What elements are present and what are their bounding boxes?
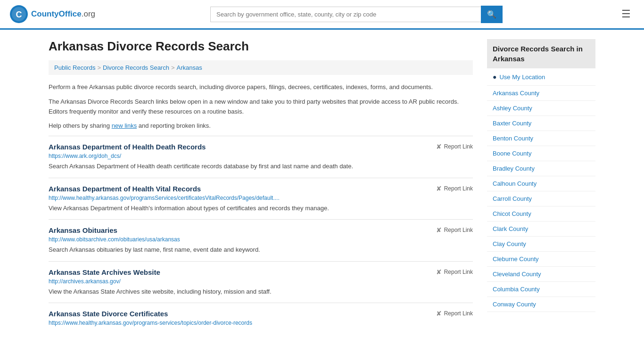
logo[interactable]: C CountyOffice.org [9,5,95,24]
report-icon: ✘ [436,226,442,234]
sidebar-item-conway-county[interactable]: Conway County [487,297,595,312]
results-list: Arkansas Department of Health Death Reco… [49,136,473,335]
sidebar-item-boone-county[interactable]: Boone County [487,146,595,161]
result-header: Arkansas State Archives Website ✘ Report… [49,268,473,276]
list-item: Arkansas County [487,86,595,101]
report-link-button[interactable]: ✘ Report Link [436,185,473,192]
result-item: Arkansas Department of Health Death Reco… [49,136,473,178]
sidebar-item-chicot-county[interactable]: Chicot County [487,206,595,221]
sidebar-item-calhoun-county[interactable]: Calhoun County [487,176,595,191]
list-item: Chicot County [487,206,595,222]
intro-paragraph-1: Perform a free Arkansas public divorce r… [49,82,473,92]
result-desc: Search Arkansas obituaries by last name,… [49,245,473,255]
list-item: Baxter County [487,116,595,131]
sidebar-item-columbia-county[interactable]: Columbia County [487,282,595,296]
result-header: Arkansas State Divorce Certificates ✘ Re… [49,310,473,318]
result-url: https://www.healthy.arkansas.gov/program… [49,320,473,326]
result-title[interactable]: Arkansas Department of Health Vital Reco… [49,185,201,193]
use-location-label: Use My Location [499,74,545,81]
list-item: Benton County [487,131,595,146]
use-location-button[interactable]: ● Use My Location [487,68,595,86]
page-header: C CountyOffice.org 🔍 ☰ [0,0,644,30]
menu-icon[interactable]: ☰ [618,6,635,22]
result-title[interactable]: Arkansas State Divorce Certificates [49,310,168,318]
list-item: Calhoun County [487,176,595,191]
report-icon: ✘ [436,310,442,317]
result-item: Arkansas State Divorce Certificates ✘ Re… [49,303,473,335]
sidebar-item-cleveland-county[interactable]: Cleveland County [487,267,595,281]
search-icon: 🔍 [487,10,496,18]
list-item: Boone County [487,146,595,161]
sidebar-title: Divorce Records Search in Arkansas [487,39,595,68]
search-input[interactable] [210,7,481,22]
sidebar-item-clark-county[interactable]: Clark County [487,222,595,236]
list-item: Clark County [487,222,595,237]
page-title: Arkansas Divorce Records Search [49,39,473,54]
sidebar-item-arkansas-county[interactable]: Arkansas County [487,86,595,100]
report-link-button[interactable]: ✘ Report Link [436,226,473,234]
result-item: Arkansas Obituaries ✘ Report Link http:/… [49,219,473,261]
sidebar: Divorce Records Search in Arkansas ● Use… [487,39,595,335]
result-desc: View the Arkansas State Archives site we… [49,287,473,296]
list-item: Conway County [487,297,595,312]
result-header: Arkansas Department of Health Death Reco… [49,143,473,151]
report-link-label: Report Link [444,185,473,192]
search-button[interactable]: 🔍 [481,6,503,23]
county-list: Arkansas County Ashley County Baxter Cou… [487,86,595,312]
sidebar-item-baxter-county[interactable]: Baxter County [487,116,595,131]
list-item: Columbia County [487,282,595,297]
sidebar-item-clay-county[interactable]: Clay County [487,237,595,251]
main-container: Arkansas Divorce Records Search Public R… [39,30,605,345]
list-item: Bradley County [487,161,595,176]
breadcrumb-divorce-records-search[interactable]: Divorce Records Search [103,64,169,71]
result-item: Arkansas State Archives Website ✘ Report… [49,261,473,303]
intro-paragraph-2: The Arkansas Divorce Records Search link… [49,97,473,117]
result-title[interactable]: Arkansas Department of Health Death Reco… [49,143,206,151]
content-area: Arkansas Divorce Records Search Public R… [49,39,473,335]
list-item: Cleburne County [487,252,595,267]
sidebar-item-cleburne-county[interactable]: Cleburne County [487,252,595,266]
result-desc: View Arkansas Department of Health's inf… [49,204,473,213]
list-item: Carroll County [487,191,595,206]
result-desc: Search Arkansas Department of Health dea… [49,162,473,171]
breadcrumb-arkansas[interactable]: Arkansas [177,64,202,71]
sidebar-item-bradley-county[interactable]: Bradley County [487,161,595,176]
breadcrumb-public-records[interactable]: Public Records [54,64,95,71]
result-item: Arkansas Department of Health Vital Reco… [49,178,473,220]
sidebar-item-benton-county[interactable]: Benton County [487,131,595,146]
report-icon: ✘ [436,143,442,150]
report-link-label: Report Link [444,269,473,275]
report-link-label: Report Link [444,227,473,233]
report-link-label: Report Link [444,310,473,317]
report-link-button[interactable]: ✘ Report Link [436,268,473,276]
report-icon: ✘ [436,185,442,192]
location-pin-icon: ● [493,73,496,81]
result-url: http://www.healthy.arkansas.gov/programs… [49,195,473,201]
breadcrumb-sep-1: > [97,64,101,71]
sidebar-item-ashley-county[interactable]: Ashley County [487,101,595,115]
list-item: Ashley County [487,101,595,116]
breadcrumb: Public Records > Divorce Records Search … [49,60,473,75]
report-icon: ✘ [436,268,442,276]
report-link-button[interactable]: ✘ Report Link [436,143,473,150]
svg-text:C: C [16,10,22,19]
logo-icon: C [9,5,28,24]
list-item: Clay County [487,237,595,252]
result-title[interactable]: Arkansas State Archives Website [49,268,160,276]
result-url: https://www.ark.org/doh_dcs/ [49,153,473,159]
result-title[interactable]: Arkansas Obituaries [49,226,117,234]
result-url: http://www.obitsarchive.com/obituaries/u… [49,236,473,243]
breadcrumb-sep-2: > [171,64,175,71]
result-header: Arkansas Obituaries ✘ Report Link [49,226,473,234]
result-url: http://archives.arkansas.gov/ [49,278,473,285]
intro-paragraph-3: Help others by sharing new links and rep… [49,121,473,131]
report-link-button[interactable]: ✘ Report Link [436,310,473,317]
result-header: Arkansas Department of Health Vital Reco… [49,185,473,193]
logo-text: CountyOffice.org [31,9,95,19]
sidebar-item-carroll-county[interactable]: Carroll County [487,191,595,206]
list-item: Cleveland County [487,267,595,282]
search-bar: 🔍 [210,6,503,23]
new-links-link[interactable]: new links [112,122,137,129]
report-link-label: Report Link [444,143,473,150]
